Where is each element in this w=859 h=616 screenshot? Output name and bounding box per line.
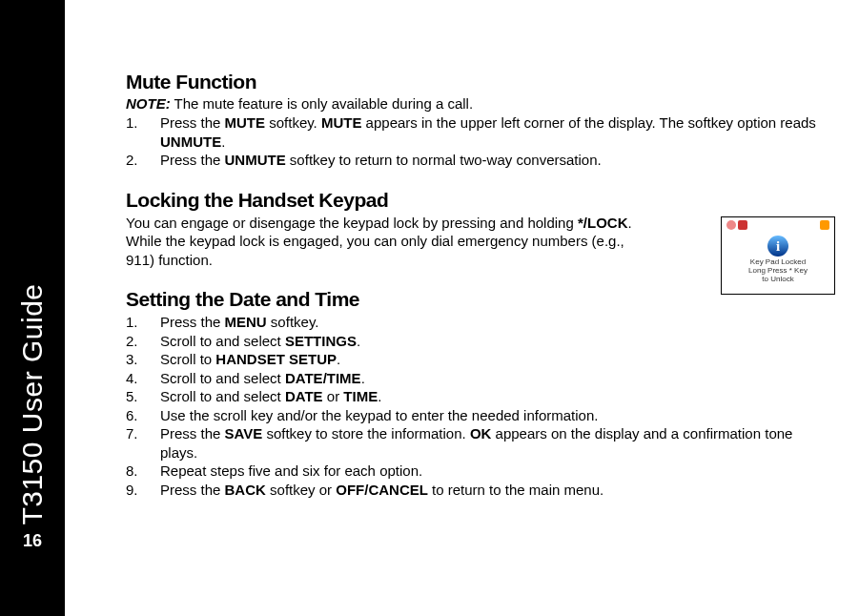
info-icon: i	[767, 236, 788, 257]
heading-mute: Mute Function	[126, 71, 830, 93]
status-icon	[726, 220, 736, 230]
section-datetime: Setting the Date and Time Press the MENU…	[126, 288, 830, 499]
lock-text-1: Key Pad Locked	[725, 257, 831, 266]
page-content: Mute Function NOTE: The mute feature is …	[65, 0, 859, 616]
lock-text-3: to Unlock	[725, 275, 831, 283]
mute-steps: Press the MUTE softkey. MUTE appears in …	[126, 113, 830, 170]
list-item: Use the scroll key and/or the keypad to …	[126, 406, 830, 425]
status-icon	[820, 220, 829, 230]
sidebar: T3150 User Guide 16	[0, 0, 65, 616]
list-item: Press the UNMUTE softkey to return to no…	[126, 151, 830, 170]
list-item: Repeat steps five and six for each optio…	[126, 462, 830, 481]
section-mute: Mute Function NOTE: The mute feature is …	[126, 71, 830, 170]
datetime-steps: Press the MENU softkey. Scroll to and se…	[126, 313, 830, 499]
list-item: Scroll to HANDSET SETUP.	[126, 350, 830, 369]
list-item: Scroll to and select DATE or TIME.	[126, 387, 830, 406]
lock-paragraph: You can engage or disengage the keypad l…	[126, 214, 652, 270]
list-item: Scroll to and select SETTINGS.	[126, 332, 830, 351]
list-item: Press the SAVE softkey to store the info…	[126, 424, 830, 462]
page-number: 16	[0, 531, 65, 551]
note-label: NOTE:	[126, 95, 171, 112]
status-icons	[725, 220, 831, 234]
heading-lock: Locking the Handset Keypad	[126, 189, 830, 212]
guide-title: T3150 User Guide	[16, 283, 49, 524]
list-item: Scroll to and select DATE/TIME.	[126, 369, 830, 388]
lock-text-2: Long Press * Key	[725, 266, 831, 275]
keypad-lock-illustration: i Key Pad Locked Long Press * Key to Unl…	[721, 216, 835, 295]
list-item: Press the MUTE softkey. MUTE appears in …	[126, 113, 830, 151]
note-text: The mute feature is only available durin…	[171, 95, 473, 112]
status-icon	[738, 220, 747, 230]
list-item: Press the BACK softkey or OFF/CANCEL to …	[126, 481, 830, 500]
note-line: NOTE: The mute feature is only available…	[126, 95, 830, 112]
list-item: Press the MENU softkey.	[126, 313, 830, 332]
